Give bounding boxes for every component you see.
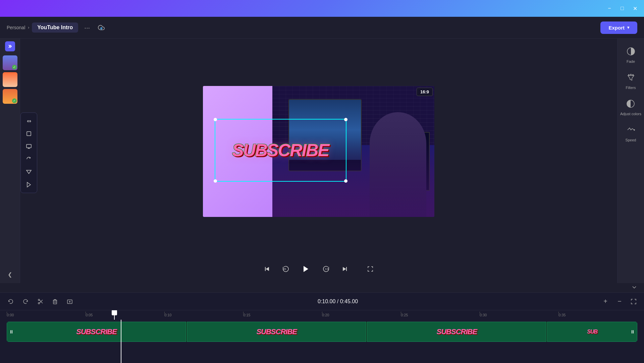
svg-point-15 xyxy=(628,74,630,76)
checkmark-icon: ✓ xyxy=(12,98,17,103)
pause-icon-left: ⏸ xyxy=(9,329,14,334)
timeline-track-area[interactable]: ⏸ SUBSCRIBE SUBSCRIBE SUBSCRIBE ⏸ SUB xyxy=(0,320,644,363)
expand-row xyxy=(0,283,644,292)
svg-point-20 xyxy=(38,303,40,304)
forward-5s-button[interactable]: 5 xyxy=(320,263,332,275)
track-segment-4[interactable]: ⏸ SUB xyxy=(547,322,637,342)
fullscreen-button[interactable] xyxy=(364,263,376,275)
video-background xyxy=(203,86,434,217)
adjust-colors-tool[interactable]: Adjust colors xyxy=(620,98,641,116)
rewind-5s-button[interactable]: 5 xyxy=(280,263,292,275)
redo-button[interactable] xyxy=(20,296,31,307)
time-separator: / xyxy=(337,299,340,304)
flip-h-tool-button[interactable] xyxy=(23,179,35,191)
ruler-mark-6: 0:30 xyxy=(480,313,558,317)
speed-label: Speed xyxy=(626,138,636,142)
tool-panel: ⇔ xyxy=(20,112,37,193)
timeline-area: 0:10.00 / 0:45.00 + − 0:00 0:05 0:10 xyxy=(0,292,644,363)
minimize-button[interactable]: − xyxy=(604,3,614,13)
playback-controls: 5 5 xyxy=(261,262,376,276)
preview-area: ⇔ xyxy=(20,39,617,283)
speed-icon xyxy=(625,124,637,136)
segment-text-4: SUB xyxy=(587,329,597,335)
playhead-marker[interactable] xyxy=(112,310,117,315)
zoom-in-button[interactable]: + xyxy=(600,297,610,307)
checkmark-icon: ✓ xyxy=(12,65,17,70)
fade-tool[interactable]: Fade xyxy=(625,45,637,63)
maximize-button[interactable]: □ xyxy=(617,3,627,13)
rotate-tool-button[interactable] xyxy=(23,153,35,165)
skip-to-start-button[interactable] xyxy=(261,263,273,275)
svg-rect-2 xyxy=(26,144,31,148)
adjust-colors-icon xyxy=(625,98,637,110)
resize-tool-button[interactable]: ⇔ xyxy=(23,115,35,127)
skip-to-end-button[interactable] xyxy=(339,263,351,275)
breadcrumb-personal[interactable]: Personal xyxy=(7,25,25,30)
thumbnail-item[interactable]: ✓ xyxy=(3,89,17,104)
video-preview-wrapper: SUBSCRIBE 16:9 xyxy=(27,45,610,258)
adjust-colors-label: Adjust colors xyxy=(620,112,641,116)
timeline-ruler[interactable]: 0:00 0:05 0:10 0:15 0:20 0:25 0:30 0:35 xyxy=(0,310,644,320)
track-segment-2[interactable]: SUBSCRIBE xyxy=(187,322,366,342)
flip-v-tool-button[interactable] xyxy=(23,166,35,178)
ruler-mark-3: 0:15 xyxy=(243,313,322,317)
zoom-out-button[interactable]: − xyxy=(614,297,625,307)
panel-toggle-button[interactable] xyxy=(5,41,15,51)
svg-rect-25 xyxy=(53,300,57,304)
title-bar: − □ ✕ xyxy=(0,0,644,17)
gaming-desk xyxy=(272,138,434,217)
segment-text-1: SUBSCRIBE xyxy=(76,327,117,336)
speed-tool[interactable]: Speed xyxy=(625,124,637,142)
segment-text-2: SUBSCRIBE xyxy=(256,327,297,336)
breadcrumb: Personal › YouTube Intro xyxy=(7,22,78,33)
display-tool-button[interactable] xyxy=(23,140,35,152)
main-container: Personal › YouTube Intro ··· Export ▾ xyxy=(0,17,644,363)
filters-label: Filters xyxy=(626,86,636,90)
svg-marker-13 xyxy=(343,267,346,271)
cloud-sync-button[interactable] xyxy=(96,22,107,33)
export-button[interactable]: Export ▾ xyxy=(600,21,637,34)
more-options-button[interactable]: ··· xyxy=(82,22,93,33)
svg-line-24 xyxy=(41,302,43,303)
svg-marker-12 xyxy=(346,267,347,271)
ruler-mark-1: 0:05 xyxy=(86,313,164,317)
close-button[interactable]: ✕ xyxy=(630,3,640,13)
undo-button[interactable] xyxy=(5,296,16,307)
playhead-ruler xyxy=(114,310,115,320)
ruler-mark-4: 0:20 xyxy=(322,313,401,317)
right-panel: Fade Filters xyxy=(617,39,644,283)
track-segment-1[interactable]: ⏸ SUBSCRIBE xyxy=(7,322,186,342)
video-left xyxy=(203,86,272,217)
expand-timeline-button[interactable] xyxy=(631,284,637,291)
thumbnail-item[interactable] xyxy=(3,72,17,87)
pause-icon-right: ⏸ xyxy=(630,329,635,334)
svg-point-21 xyxy=(38,299,40,301)
svg-marker-5 xyxy=(26,170,31,174)
cut-button[interactable] xyxy=(35,296,46,307)
svg-point-16 xyxy=(630,74,632,75)
segment-text-3: SUBSCRIBE xyxy=(437,327,477,336)
ruler-mark-5: 0:25 xyxy=(401,313,480,317)
crop-tool-button[interactable] xyxy=(23,128,35,140)
project-title[interactable]: YouTube Intro xyxy=(32,22,78,33)
aspect-ratio-badge[interactable]: 16:9 xyxy=(417,88,433,96)
delete-button[interactable] xyxy=(50,296,60,307)
left-panel: ✓ ✓ ❮ xyxy=(0,39,20,283)
track-segment-3[interactable]: SUBSCRIBE xyxy=(367,322,546,342)
video-preview[interactable]: SUBSCRIBE 16:9 xyxy=(203,86,434,217)
video-track: ⏸ SUBSCRIBE SUBSCRIBE SUBSCRIBE ⏸ SUB xyxy=(7,322,637,342)
fit-timeline-button[interactable] xyxy=(629,297,639,307)
svg-point-19 xyxy=(634,129,635,131)
filters-tool[interactable]: Filters xyxy=(625,72,637,90)
fade-icon xyxy=(625,45,637,57)
svg-point-17 xyxy=(632,74,634,76)
add-clip-button[interactable] xyxy=(64,296,75,307)
filters-icon xyxy=(625,72,637,84)
thumbnail-item[interactable]: ✓ xyxy=(3,55,17,70)
ruler-marks: 0:00 0:05 0:10 0:15 0:20 0:25 0:30 0:35 xyxy=(7,313,637,317)
play-button[interactable] xyxy=(299,262,313,276)
svg-marker-8 xyxy=(266,267,269,271)
svg-marker-10 xyxy=(304,266,308,272)
time-display: 0:10.00 / 0:45.00 xyxy=(79,299,596,305)
collapse-panel-button[interactable]: ❮ xyxy=(5,269,15,280)
